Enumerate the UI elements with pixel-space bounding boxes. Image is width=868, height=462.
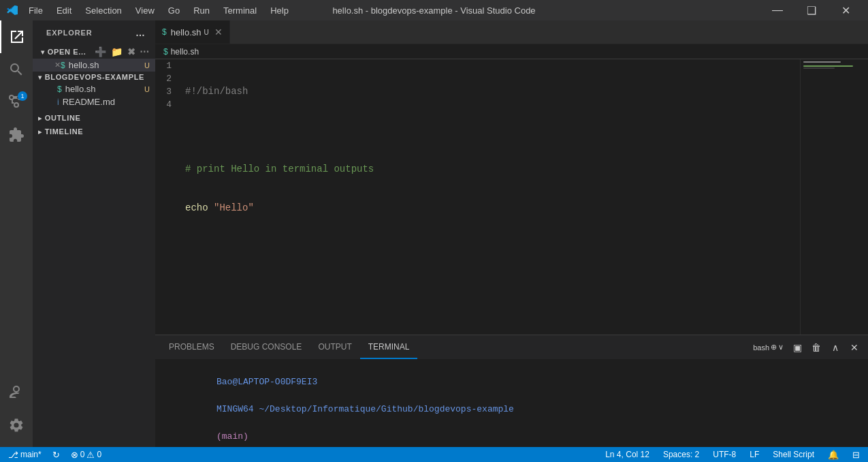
panel-actions: bash ⊕ ∨ ▣ 🗑 ∧ ✕ [750,339,863,356]
menu-edit[interactable]: Edit [51,4,77,17]
sidebar-header-icons: … [134,26,147,40]
menu-help[interactable]: Help [265,4,294,17]
sidebar-title: Explorer [46,29,93,37]
project-section[interactable]: ▾ BLOGDEVOPS-EXAMPLE [33,72,155,82]
panel-tabs: PROBLEMS DEBUG CONSOLE OUTPUT TERMINAL b… [155,335,868,359]
oe-more-icon[interactable]: ⋯ [140,46,150,57]
panel-tab-output[interactable]: OUTPUT [310,335,359,359]
menu-selection[interactable]: Selection [80,4,127,17]
oe-new-file-icon[interactable]: ➕ [95,46,107,57]
activity-search[interactable] [0,53,33,86]
activity-account[interactable] [0,376,33,409]
close-file-icon[interactable]: ✕ [54,61,61,70]
panel-tab-problems[interactable]: PROBLEMS [161,335,223,359]
status-encoding-text: UTF-8 [713,450,736,459]
code-editor[interactable]: 1 2 3 4 #!/bin/bash # print Hello in ter… [155,59,868,335]
outline-chevron: ▸ [38,114,42,122]
line-numbers: 1 2 3 4 [155,59,182,335]
trash-terminal-icon[interactable]: 🗑 [808,339,824,356]
open-file-hello-sh[interactable]: ✕ $ hello.sh U [33,59,155,72]
status-bell[interactable]: 🔔 [825,450,841,460]
minimap [800,59,868,335]
code-line-3: # print Hello in terminal outputs [182,163,800,176]
main-layout: 1 Explorer … ▾ Open E... [0,20,868,447]
status-spaces[interactable]: Spaces: 2 [660,450,702,459]
status-branch[interactable]: ⎇ main* [5,450,44,460]
warning-icon: ⚠ [86,450,95,460]
restore-button[interactable]: ❑ [796,0,827,20]
status-language-text: Shell Script [773,450,814,459]
close-button[interactable]: ✕ [830,0,861,20]
shell-file-icon-2: $ [57,84,62,94]
terminal-dir-1: MINGW64 ~/Desktop/Informatique/Github/bl… [216,404,514,414]
minimize-button[interactable]: — [762,0,793,20]
title-bar-controls: — ❑ ✕ [762,0,861,20]
panel-content[interactable]: Bao@LAPTOP-O0DF9EI3 MINGW64 ~/Desktop/In… [155,359,868,447]
status-layout[interactable]: ⊟ [850,450,863,460]
status-bar-right: Ln 4, Col 12 Spaces: 2 UTF-8 LF Shell Sc… [602,450,863,460]
line-num-3: 3 [161,85,172,98]
breadcrumb-filename: hello.sh [171,47,199,57]
panel-tab-terminal[interactable]: TERMINAL [360,335,418,359]
oe-collapse-icon[interactable]: ✖ [127,46,136,57]
minimap-line-3 [803,65,853,67]
menu-run[interactable]: Run [188,4,215,17]
tab-close-button[interactable]: ✕ [214,27,223,37]
maximize-panel-icon[interactable]: ∧ [827,339,843,356]
open-editors-chevron: ▾ [41,48,45,56]
new-file-icon[interactable]: … [134,26,147,40]
project-chevron: ▾ [38,74,42,81]
activity-explorer[interactable] [0,20,33,53]
project-file-readme[interactable]: i README.md [33,95,155,108]
split-terminal-icon[interactable]: ▣ [789,339,805,356]
menu-file[interactable]: File [23,4,48,17]
bash-add-icon: ⊕ [771,343,777,352]
status-errors[interactable]: ⊗ 0 ⚠ 0 [68,450,104,460]
status-sync[interactable]: ↻ [50,450,63,460]
project-label: BLOGDEVOPS-EXAMPLE [45,73,144,81]
git-branch-icon: ⎇ [8,450,18,460]
menu-go[interactable]: Go [163,4,185,17]
new-terminal-icon[interactable]: bash ⊕ ∨ [750,339,786,356]
status-position[interactable]: Ln 4, Col 12 [602,450,652,459]
terminal-branch-name-1: (main) [216,431,248,442]
status-branch-name: main* [20,450,42,459]
code-line-1: #!/bin/bash [182,85,800,98]
code-content[interactable]: #!/bin/bash # print Hello in terminal ou… [182,59,800,335]
status-bar-left: ⎇ main* ↻ ⊗ 0 ⚠ 0 [5,450,104,460]
tab-hello-sh[interactable]: $ hello.sh U ✕ [155,20,230,44]
tab-bar: $ hello.sh U ✕ [155,20,868,44]
project-file-label-2: README.md [63,97,115,107]
panel-tab-debug[interactable]: DEBUG CONSOLE [223,335,310,359]
error-icon: ⊗ [71,450,78,460]
status-position-text: Ln 4, Col 12 [605,450,649,459]
bell-icon: 🔔 [828,450,839,460]
menu-view[interactable]: View [130,4,160,17]
status-line-ending-text: LF [750,450,759,459]
oe-folder-icon[interactable]: 📁 [111,46,123,57]
tab-shell-icon: $ [162,27,167,37]
project-file-hello-sh[interactable]: $ hello.sh U [33,82,155,95]
code-line-4: echo "Hello" [182,202,800,215]
title-bar: File Edit Selection View Go Run Terminal… [0,0,868,20]
activity-settings[interactable] [0,409,33,442]
timeline-label: TIMELINE [45,127,84,136]
shell-file-icon: $ [61,61,65,70]
terminal-path-1 [216,390,222,401]
close-panel-icon[interactable]: ✕ [846,339,863,356]
menu-terminal[interactable]: Terminal [218,4,262,17]
timeline-section[interactable]: ▸ TIMELINE [33,125,155,138]
status-line-ending[interactable]: LF [747,450,762,459]
explorer-tree: ▾ Open E... ➕ 📁 ✖ ⋯ ✕ $ hello.sh U ▾ BLO… [33,42,155,447]
terminal-line-1: Bao@LAPTOP-O0DF9EI3 MINGW64 ~/Desktop/In… [163,362,860,447]
status-language[interactable]: Shell Script [770,450,817,459]
activity-extensions[interactable] [0,119,33,151]
bottom-panel: PROBLEMS DEBUG CONSOLE OUTPUT TERMINAL b… [155,335,868,447]
status-encoding[interactable]: UTF-8 [710,450,739,459]
open-editors-section[interactable]: ▾ Open E... ➕ 📁 ✖ ⋯ [33,45,155,59]
status-error-count: 0 [80,450,85,459]
outline-section[interactable]: ▸ OUTLINE [33,111,155,125]
terminal-branch-1 [216,418,222,428]
activity-source-control[interactable]: 1 [0,86,33,119]
tab-filename: hello.sh [171,27,202,37]
